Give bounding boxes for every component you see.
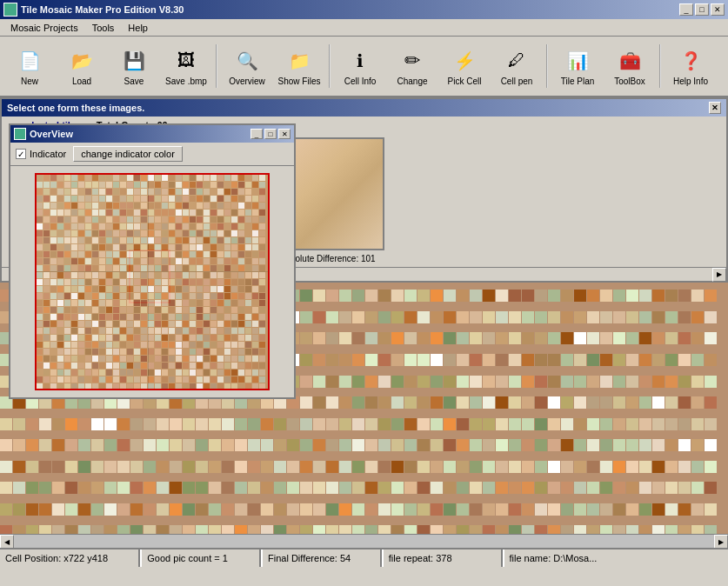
toolbar-separator-4: [659, 44, 661, 88]
toolbar-save-button[interactable]: 💾 Save: [110, 40, 158, 92]
status-bar: Cell Position: x722 y418 Good pic count …: [0, 548, 728, 567]
toolbar-save-bmp-button[interactable]: 🖼 Save .bmp: [162, 40, 210, 92]
toolbar-new-button[interactable]: 📄 New: [5, 40, 54, 92]
load-icon: 📂: [68, 47, 96, 75]
select-dialog-title-bar: Select one form these images. ✕: [2, 99, 726, 117]
status-final-difference: Final Difference: 54: [261, 549, 382, 567]
overview-toolbar: ✓ Indicator change indicator color: [10, 143, 294, 166]
select-dialog-title: Select one form these images.: [7, 103, 144, 113]
scroll-right-button[interactable]: ▶: [712, 268, 726, 282]
toolbar-help-info-button[interactable]: ❓ Help Info: [666, 40, 715, 92]
menu-bar: Mosaic Projects Tools Help: [0, 19, 728, 37]
good-pic-count-text: Good pic count = 1: [147, 553, 228, 563]
load-label: Load: [72, 77, 91, 86]
help-info-icon: ❓: [677, 47, 705, 75]
menu-help[interactable]: Help: [121, 21, 155, 35]
overview-icon-small: [14, 128, 26, 140]
cell-info-icon: ℹ: [346, 47, 374, 75]
show-files-icon: 📁: [285, 47, 313, 75]
scroll-left-button[interactable]: ◀: [0, 535, 14, 549]
overview-icon: 🔍: [233, 47, 261, 75]
cell-position-text: Cell Position: x722 y418: [5, 553, 108, 563]
overview-canvas-container: [10, 166, 294, 397]
status-file-name: file name: D:\Mosa...: [503, 549, 728, 567]
status-cell-position: Cell Position: x722 y418: [0, 549, 140, 567]
toolbox-label: ToolBox: [614, 77, 645, 86]
help-info-label: Help Info: [673, 77, 708, 86]
overview-close-button[interactable]: ✕: [278, 129, 291, 139]
change-label: Change: [397, 77, 427, 86]
select-dialog-close-button[interactable]: ✕: [709, 102, 721, 114]
tile-plan-icon: 📊: [564, 47, 591, 75]
overview-minimize-button[interactable]: _: [250, 129, 263, 139]
scroll-right-btn[interactable]: ▶: [714, 535, 728, 549]
file-repeat-text: file repeat: 378: [389, 553, 452, 563]
toolbox-icon: 🧰: [616, 47, 644, 75]
title-bar: Tile Mosaic Maker Pro Edition V8.30 _ □ …: [0, 0, 728, 19]
status-good-pic-count: Good pic count = 1: [140, 549, 261, 567]
change-indicator-color-button[interactable]: change indicator color: [73, 146, 183, 162]
cell-pen-label: Cell pen: [501, 77, 533, 86]
menu-mosaic-projects[interactable]: Mosaic Projects: [3, 21, 85, 35]
new-label: New: [21, 77, 38, 86]
close-button[interactable]: ✕: [711, 3, 725, 16]
checkbox-check-mark: ✓: [17, 150, 24, 159]
indicator-checkbox[interactable]: ✓: [16, 149, 26, 159]
app-title: Tile Mosaic Maker Pro Edition V8.30: [21, 4, 676, 15]
change-icon: ✏: [398, 47, 426, 75]
indicator-label: Indicator: [30, 149, 66, 159]
overview-window: OverView _ □ ✕ ✓ Indicator change indica…: [9, 123, 296, 399]
menu-tools[interactable]: Tools: [85, 21, 122, 35]
overview-title-bar: OverView _ □ ✕: [10, 125, 294, 143]
show-files-label: Show Files: [278, 77, 321, 86]
pick-cell-icon: ⚡: [451, 47, 478, 75]
toolbar-load-button[interactable]: 📂 Load: [57, 40, 106, 92]
pick-cell-label: Pick Cell: [448, 77, 482, 86]
tile-plan-label: Tile Plan: [561, 77, 595, 86]
toolbar-tile-plan-button[interactable]: 📊 Tile Plan: [553, 40, 602, 92]
horizontal-scrollbar: ◀ ▶: [0, 534, 728, 548]
main-area: Select one form these images. ✕ or selec…: [0, 97, 728, 567]
new-icon: 📄: [16, 47, 43, 75]
status-file-repeat: file repeat: 378: [382, 549, 503, 567]
toolbar-cell-pen-button[interactable]: 🖊 Cell pen: [492, 40, 541, 92]
app-icon: [3, 3, 17, 17]
overview-label: Overview: [229, 77, 265, 86]
toolbar-cell-info-button[interactable]: ℹ Cell Info: [336, 40, 384, 92]
overview-image: [37, 175, 268, 389]
cell-info-label: Cell Info: [344, 77, 377, 86]
toolbar-toolbox-button[interactable]: 🧰 ToolBox: [605, 40, 654, 92]
final-difference-text: Final Difference: 54: [268, 553, 351, 563]
toolbar-show-files-button[interactable]: 📁 Show Files: [275, 40, 324, 92]
minimize-button[interactable]: _: [679, 3, 693, 16]
overview-maximize-button[interactable]: □: [264, 129, 277, 139]
toolbar: 📄 New 📂 Load 💾 Save 🖼 Save .bmp 🔍 Overvi…: [0, 37, 728, 97]
toolbar-separator-3: [546, 44, 548, 88]
file-name-text: file name: D:\Mosa...: [510, 553, 598, 563]
toolbar-separator-1: [216, 44, 217, 88]
toolbar-overview-button[interactable]: 🔍 Overview: [223, 40, 271, 92]
overview-title-text: OverView: [30, 129, 247, 139]
cell-pen-icon: 🖊: [503, 47, 531, 75]
window-controls: _ □ ✕: [679, 3, 725, 16]
save-label: Save: [124, 77, 144, 86]
maximize-button[interactable]: □: [695, 3, 709, 16]
toolbar-separator-2: [329, 44, 331, 88]
scroll-track[interactable]: [14, 535, 714, 548]
indicator-checkbox-area: ✓ Indicator: [16, 149, 66, 159]
overview-canvas[interactable]: [35, 173, 270, 390]
save-bmp-icon: 🖼: [172, 47, 200, 75]
overview-window-controls: _ □ ✕: [250, 129, 291, 139]
toolbar-change-button[interactable]: ✏ Change: [388, 40, 437, 92]
save-icon: 💾: [120, 47, 148, 75]
save-bmp-label: Save .bmp: [165, 77, 207, 86]
toolbar-pick-cell-button[interactable]: ⚡ Pick Cell: [440, 40, 489, 92]
